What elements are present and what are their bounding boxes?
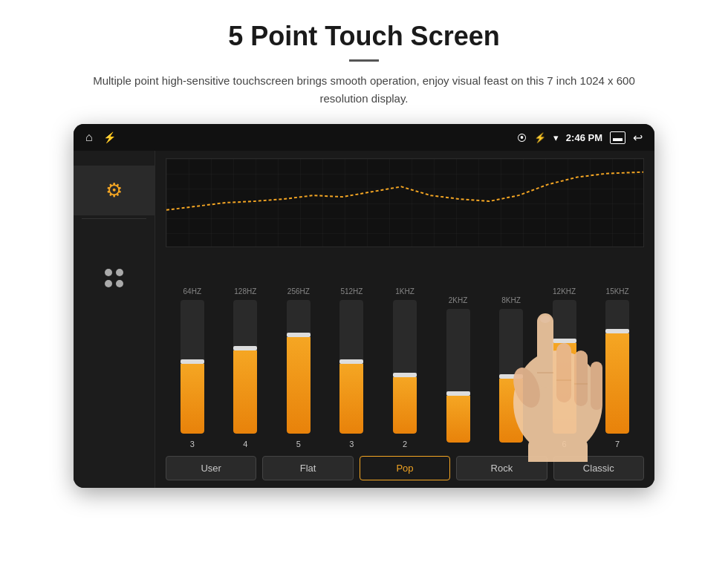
wifi-icon: ▾	[553, 132, 559, 143]
status-time: 2:46 PM	[566, 132, 602, 143]
band-freq-label: 8KHZ	[501, 296, 521, 304]
band-slider[interactable]	[339, 300, 363, 434]
freq-band[interactable]: 8KHZ	[499, 296, 523, 448]
eq-graph	[166, 158, 644, 247]
band-fill	[605, 333, 629, 434]
preset-buttons: UserFlatPopRockClassic	[166, 456, 644, 480]
page-title: 5 Point Touch Screen	[228, 21, 499, 52]
preset-button-user[interactable]: User	[166, 456, 256, 480]
band-freq-label: 2KHZ	[449, 296, 468, 304]
band-fill	[499, 379, 523, 443]
freq-band[interactable]: 64HZ3	[181, 287, 204, 448]
band-fill	[181, 364, 204, 434]
dots-menu-icon	[101, 265, 127, 291]
sidebar-eq-item[interactable]: ⚙	[74, 166, 155, 215]
freq-band[interactable]: 128HZ4	[233, 287, 257, 448]
sidebar-menu-item[interactable]	[74, 252, 155, 304]
band-fill	[446, 396, 470, 443]
sidebar: ⚙	[74, 151, 155, 488]
home-icon: ⌂	[85, 131, 93, 144]
band-fill	[393, 377, 417, 434]
freq-band[interactable]: 256HZ5	[287, 287, 311, 448]
preset-button-rock[interactable]: Rock	[456, 456, 547, 480]
band-value-label: 6	[562, 440, 567, 448]
band-freq-label: 1KHZ	[395, 287, 415, 296]
status-left: ⌂ ⚡	[85, 131, 116, 144]
band-freq-label: 15KHZ	[606, 287, 629, 296]
band-fill	[287, 337, 311, 434]
band-slider[interactable]	[393, 300, 417, 434]
device-frame: ⌂ ⚡ ⦿ ⚡ ▾ 2:46 PM ▬ ↩ ⚙	[74, 124, 654, 488]
band-handle	[181, 359, 204, 364]
main-area: ⚙	[74, 151, 654, 488]
band-fill	[339, 364, 363, 434]
band-slider[interactable]	[499, 309, 523, 443]
band-value-label: 4	[243, 440, 247, 448]
preset-button-classic[interactable]: Classic	[553, 456, 644, 480]
freq-band[interactable]: 1KHZ2	[393, 287, 417, 448]
band-value-label: 3	[349, 440, 354, 448]
band-fill	[553, 343, 576, 434]
band-slider[interactable]	[605, 300, 629, 434]
band-handle	[446, 391, 470, 396]
band-slider[interactable]	[553, 300, 576, 434]
frequency-bands: 64HZ3128HZ4256HZ5512HZ31KHZ22KHZ8KHZ12KH…	[166, 253, 644, 451]
band-value-label: 5	[296, 440, 301, 448]
band-handle	[287, 333, 311, 337]
band-fill	[233, 350, 257, 434]
band-freq-label: 64HZ	[183, 287, 201, 296]
freq-band[interactable]: 512HZ3	[339, 287, 363, 448]
eq-content: 64HZ3128HZ4256HZ5512HZ31KHZ22KHZ8KHZ12KH…	[155, 151, 654, 488]
band-slider[interactable]	[446, 309, 470, 443]
band-handle	[553, 339, 576, 343]
status-right: ⦿ ⚡ ▾ 2:46 PM ▬ ↩	[517, 131, 643, 145]
sidebar-divider	[82, 218, 146, 219]
equalizer-icon: ⚙	[105, 179, 123, 202]
band-handle	[393, 373, 417, 377]
band-handle	[605, 329, 629, 333]
band-slider[interactable]	[181, 300, 204, 434]
status-bar: ⌂ ⚡ ⦿ ⚡ ▾ 2:46 PM ▬ ↩	[74, 124, 654, 151]
location-icon: ⦿	[517, 132, 527, 143]
band-value-label: 3	[190, 440, 195, 448]
freq-band[interactable]: 15KHZ7	[605, 287, 629, 448]
preset-button-flat[interactable]: Flat	[262, 456, 353, 480]
band-handle	[339, 359, 363, 364]
freq-band[interactable]: 2KHZ	[446, 296, 470, 448]
band-freq-label: 12KHZ	[553, 287, 576, 296]
band-slider[interactable]	[287, 300, 311, 434]
preset-button-pop[interactable]: Pop	[360, 456, 450, 480]
bluetooth-icon: ⚡	[534, 132, 546, 143]
band-freq-label: 512HZ	[340, 287, 363, 296]
band-handle	[233, 346, 257, 350]
title-divider	[349, 59, 379, 62]
back-icon: ↩	[633, 131, 643, 145]
band-freq-label: 256HZ	[287, 287, 310, 296]
subtitle: Multiple point high-sensitive touchscree…	[82, 72, 646, 108]
battery-icon: ▬	[610, 131, 625, 144]
freq-band[interactable]: 12KHZ6	[553, 287, 576, 448]
band-freq-label: 128HZ	[234, 287, 256, 296]
band-handle	[499, 374, 523, 379]
usb-icon: ⚡	[103, 131, 116, 143]
band-value-label: 2	[403, 440, 407, 448]
eq-curve-svg	[166, 159, 643, 247]
band-value-label: 7	[615, 440, 620, 448]
band-slider[interactable]	[233, 300, 257, 434]
